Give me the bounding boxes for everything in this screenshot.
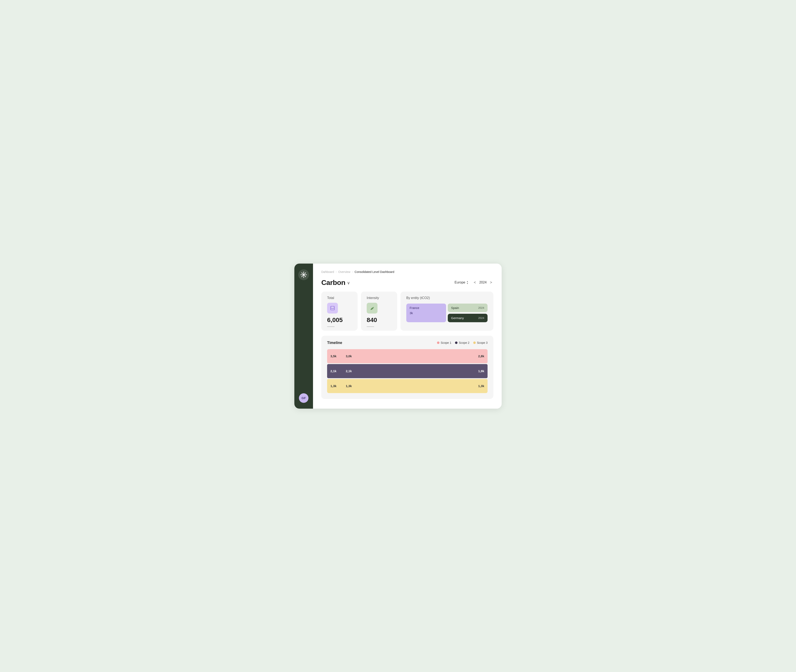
- header-controls: Europe ▲ ▼ < 2024 >: [455, 280, 493, 285]
- scope3-left-value: 1,3k: [327, 384, 344, 388]
- calculator-icon: [330, 306, 335, 311]
- entity-france-value: 3k: [410, 311, 413, 315]
- main-content: Dahboard › Overview › Consolidated Level…: [313, 264, 502, 409]
- svg-point-12: [301, 276, 302, 277]
- entity-germany-year: 2024: [478, 317, 484, 320]
- svg-rect-15: [331, 308, 332, 309]
- page-title-dropdown[interactable]: Carbon ∨: [321, 278, 350, 286]
- svg-point-6: [303, 277, 304, 278]
- entity-germany-name: Germany: [451, 316, 464, 320]
- svg-point-11: [305, 272, 306, 273]
- kpi-total-value: 6,005: [327, 317, 352, 323]
- main-card: GF Dahboard › Overview › Consolidated Le…: [294, 264, 502, 409]
- legend-scope3: Scope 3: [473, 341, 488, 344]
- sidebar: GF: [294, 264, 313, 409]
- kpi-total-card: Total 6,005: [321, 291, 357, 331]
- scope3-label: Scope 3: [477, 341, 488, 344]
- legend-scope1: Scope 1: [437, 341, 451, 344]
- scope1-left-value: 3,5k: [327, 354, 344, 358]
- scope3-dot: [473, 341, 476, 344]
- kpi-total-icon: [327, 303, 338, 314]
- breadcrumb: Dahboard › Overview › Consolidated Level…: [321, 270, 493, 274]
- region-label: Europe: [455, 280, 465, 284]
- year-next-button[interactable]: >: [488, 280, 493, 285]
- entity-spain-name: Spain: [451, 306, 459, 310]
- entity-france[interactable]: France 3k: [406, 304, 446, 322]
- entity-germany[interactable]: Germany 2024: [448, 314, 488, 322]
- kpi-intensity-underline: [367, 326, 374, 327]
- svg-rect-14: [331, 307, 334, 308]
- leaf-icon: [369, 306, 375, 311]
- scope3-mid-value: 1,3k: [344, 384, 473, 388]
- breadcrumb-current: Consolidated Level Dashboard: [355, 270, 394, 274]
- breadcrumb-part2: Overview: [338, 270, 350, 274]
- scope3-right-value: 1,3k: [473, 384, 488, 388]
- kpi-total-underline: [327, 326, 335, 327]
- svg-rect-17: [333, 308, 334, 309]
- svg-point-9: [301, 272, 302, 273]
- scope2-bar: 2,1k 2,1k 1,9k: [327, 364, 488, 378]
- kpi-intensity-icon: [367, 303, 378, 314]
- scope2-mid-value: 2,1k: [344, 369, 473, 373]
- breadcrumb-sep1: ›: [336, 270, 336, 273]
- scope1-right-value: 2,8k: [473, 354, 488, 358]
- kpi-row: Total 6,005: [321, 291, 493, 331]
- svg-point-5: [303, 272, 304, 272]
- entity-spain-year: 2024: [478, 306, 484, 309]
- region-selector[interactable]: Europe ▲ ▼: [455, 280, 468, 285]
- scope3-bar: 1,3k 1,3k 1,3k: [327, 379, 488, 393]
- svg-rect-20: [332, 309, 333, 310]
- entity-grid: France 3k Spain 2024 Germany 2024: [406, 304, 488, 322]
- scope2-left-value: 2,1k: [327, 369, 344, 373]
- breadcrumb-part1: Dahboard: [321, 270, 334, 274]
- snowflake-icon: [300, 271, 307, 278]
- year-nav: < 2024 >: [472, 280, 493, 285]
- legend-scope2: Scope 2: [455, 341, 469, 344]
- kpi-intensity-value: 840: [367, 317, 391, 323]
- timeline-title: Timeline: [327, 341, 342, 345]
- svg-rect-16: [332, 308, 333, 309]
- svg-point-8: [306, 274, 307, 275]
- year-value: 2024: [479, 280, 487, 284]
- chart-container: 3,5k 3,0k 2,8k 2,1k 2,1k 1,9k 1,3k 1,3k …: [327, 349, 488, 393]
- kpi-total-label: Total: [327, 296, 352, 300]
- svg-point-7: [301, 274, 301, 275]
- scope1-bar: 3,5k 3,0k 2,8k: [327, 349, 488, 363]
- timeline-card: Timeline Scope 1 Scope 2 Scope 3: [321, 336, 493, 399]
- kpi-intensity-label: Intensity: [367, 296, 391, 300]
- title-chevron-icon: ∨: [347, 280, 350, 285]
- svg-rect-19: [331, 309, 332, 310]
- scope2-right-value: 1,9k: [473, 369, 488, 373]
- svg-point-10: [305, 276, 306, 277]
- scope2-dot: [455, 341, 458, 344]
- header-row: Carbon ∨ Europe ▲ ▼ < 2024 >: [321, 278, 493, 286]
- logo: [298, 269, 309, 280]
- scope1-dot: [437, 341, 439, 344]
- region-arrows: ▲ ▼: [466, 280, 468, 285]
- scope1-mid-value: 3,0k: [344, 354, 473, 358]
- user-avatar[interactable]: GF: [299, 393, 308, 403]
- kpi-intensity-card: Intensity 840: [361, 291, 397, 331]
- scope2-label: Scope 2: [459, 341, 469, 344]
- entity-spain[interactable]: Spain 2024: [448, 304, 488, 312]
- svg-rect-18: [333, 309, 334, 310]
- scope1-label: Scope 1: [441, 341, 451, 344]
- page-title: Carbon: [321, 278, 345, 286]
- entity-france-name: France: [410, 306, 420, 310]
- breadcrumb-sep2: ›: [352, 270, 353, 273]
- timeline-header: Timeline Scope 1 Scope 2 Scope 3: [327, 341, 488, 345]
- kpi-entity-label: By entity (tCO2): [406, 296, 488, 300]
- year-prev-button[interactable]: <: [472, 280, 477, 285]
- timeline-legend: Scope 1 Scope 2 Scope 3: [437, 341, 488, 344]
- kpi-entity-card: By entity (tCO2) France 3k Spain 2024 Ge…: [400, 291, 493, 331]
